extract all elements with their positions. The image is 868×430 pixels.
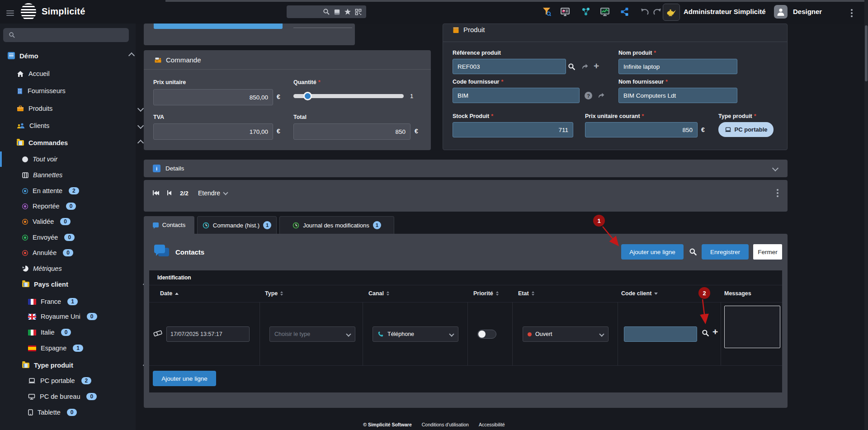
total-input[interactable] (293, 123, 410, 140)
column-header-date[interactable]: Date (160, 290, 179, 297)
type-produit-chip[interactable]: PC portable (718, 122, 774, 137)
tab-journal-modifications[interactable]: Journal des modifications1 (279, 216, 394, 234)
column-header-priorite[interactable]: Priorité (473, 290, 499, 297)
sidebar-item-produits[interactable]: Produits (0, 101, 152, 116)
column-header-etat[interactable]: Etat (518, 290, 534, 297)
sidebar-item-bannettes[interactable]: Bannettes (0, 167, 158, 183)
sidebar-item-commandes[interactable]: Commandes (0, 135, 152, 151)
sidebar-item-france[interactable]: France1 (0, 294, 164, 309)
share-icon[interactable] (620, 7, 629, 16)
date-input[interactable] (166, 326, 250, 342)
add-record-icon[interactable]: + (594, 61, 599, 71)
first-page-icon[interactable] (153, 190, 159, 195)
chevron-down-icon[interactable] (137, 105, 144, 112)
column-header-type[interactable]: Type (265, 290, 283, 297)
sidebar-item-pc-portable[interactable]: PC portable2 (0, 373, 164, 388)
nom-fournisseur-input[interactable] (618, 88, 737, 103)
sidebar-item-pays-client[interactable]: Pays client (0, 277, 158, 292)
tab-commande-hist[interactable]: Commande (hist.)1 (197, 216, 277, 234)
open-record-icon[interactable] (597, 92, 605, 99)
tva-input[interactable] (153, 123, 273, 140)
expand-menu[interactable]: Etendre (198, 189, 227, 197)
global-search-input[interactable] (287, 5, 366, 18)
search-icon[interactable] (689, 248, 697, 256)
nom-produit-input[interactable] (618, 59, 737, 74)
undo-icon[interactable] (640, 8, 649, 16)
sidebar-search-input[interactable] (3, 28, 129, 42)
sidebar-item-annulee[interactable]: Annulée0 (0, 245, 158, 260)
details-label: Details (165, 165, 184, 172)
sidebar-item-espagne[interactable]: Espagne1 (0, 340, 164, 356)
sidebar-item-accueil[interactable]: Accueil (0, 66, 152, 81)
sidebar-item-royaume-uni[interactable]: Royaume Uni0 (0, 309, 164, 324)
tab-contacts[interactable]: Contacts (144, 216, 194, 234)
sidebar-item-tout-voir[interactable]: Tout voir (0, 151, 158, 167)
sidebar-item-type-produit[interactable]: Type produit (0, 358, 158, 373)
sidebar-item-envoyee[interactable]: Envoyée0 (0, 230, 158, 245)
chevron-up-icon[interactable] (137, 140, 144, 146)
filter-search-icon[interactable] (542, 7, 552, 17)
menu-toggle-icon[interactable] (6, 9, 14, 17)
avatar[interactable] (774, 5, 788, 19)
sidebar-item-italie[interactable]: Italie0 (0, 325, 164, 340)
sidebar-item-tablette[interactable]: Tablette0 (0, 405, 164, 420)
topbar-more-menu-icon[interactable] (851, 8, 853, 19)
search-icon[interactable] (323, 8, 330, 15)
chevron-down-icon[interactable] (772, 165, 778, 171)
monitoring-icon[interactable] (600, 7, 610, 17)
model-diagram-icon[interactable] (581, 7, 591, 17)
footer-terms-link[interactable]: Conditions d'utilisation (422, 422, 469, 427)
chevron-down-icon[interactable] (137, 123, 144, 129)
genie-assistant-icon[interactable] (663, 4, 680, 21)
code-client-input[interactable] (624, 326, 697, 342)
clipped-blue-button[interactable] (154, 24, 283, 29)
column-header-code-client[interactable]: Code client (621, 290, 658, 297)
add-line-bottom-button[interactable]: Ajouter une ligne (153, 371, 216, 386)
footer-accessibility-link[interactable]: Accessibilité (479, 422, 505, 427)
add-line-button[interactable]: Ajouter une ligne (621, 244, 684, 260)
sidebar-item-clients[interactable]: Clients (0, 118, 152, 133)
sidebar-section-demo[interactable]: Démo (0, 48, 143, 63)
sidebar-item-reportee[interactable]: Reportée0 (0, 198, 158, 214)
redo-icon[interactable] (653, 8, 662, 16)
type-select[interactable]: Choisir le type (269, 326, 355, 342)
reference-produit-input[interactable] (453, 59, 566, 74)
canal-select[interactable]: Téléphone (373, 326, 458, 342)
messages-textarea[interactable] (724, 306, 780, 348)
favorites-star-icon[interactable] (344, 8, 351, 15)
sidebar-item-pc-de-bureau[interactable]: PC de bureau0 (0, 389, 164, 404)
slider-knob[interactable] (303, 92, 312, 100)
priorite-toggle[interactable] (477, 330, 496, 339)
qr-grid-icon[interactable] (355, 9, 362, 15)
code-client-add-icon[interactable]: + (712, 326, 718, 337)
details-accordion[interactable]: i Details (144, 160, 788, 177)
sidebar-item-en-attente[interactable]: En attente2 (0, 183, 158, 198)
code-fournisseur-input[interactable] (453, 88, 580, 103)
prix-unitaire-input[interactable] (153, 89, 273, 105)
sidebar-item-validee[interactable]: Validée0 (0, 214, 158, 229)
open-record-icon[interactable] (581, 63, 589, 70)
sidebar-item-metriques[interactable]: Métriques (0, 261, 158, 276)
save-button[interactable]: Enregistrer (702, 244, 749, 260)
lookup-search-icon[interactable] (568, 63, 576, 71)
previous-page-icon[interactable] (167, 190, 171, 195)
chevron-down-icon (346, 331, 351, 336)
etat-select[interactable]: Ouvert (523, 326, 609, 342)
code-client-search-icon[interactable] (702, 329, 709, 337)
role-label[interactable]: Designer (793, 8, 822, 15)
row-actions-menu-icon[interactable] (777, 188, 778, 198)
column-header-canal[interactable]: Canal (368, 290, 389, 297)
stock-produit-input[interactable] (453, 122, 573, 137)
help-icon[interactable]: ? (585, 92, 592, 99)
sidebar-item-fournisseurs[interactable]: Fournisseurs (0, 83, 152, 99)
prix-unitaire-courant-input[interactable] (585, 122, 698, 137)
admin-user-label[interactable]: Administrateur Simplicité (684, 8, 766, 15)
simplicite-logo-icon[interactable] (21, 3, 36, 20)
clear-row-eraser-icon[interactable] (153, 329, 163, 337)
card-view-icon[interactable] (334, 9, 340, 15)
close-button[interactable]: Fermer (753, 244, 782, 260)
chevron-up-icon[interactable] (128, 52, 135, 59)
dashboard-icon[interactable] (560, 7, 570, 17)
scrollbar-thumb[interactable] (865, 25, 868, 81)
quantite-slider[interactable] (293, 94, 404, 98)
